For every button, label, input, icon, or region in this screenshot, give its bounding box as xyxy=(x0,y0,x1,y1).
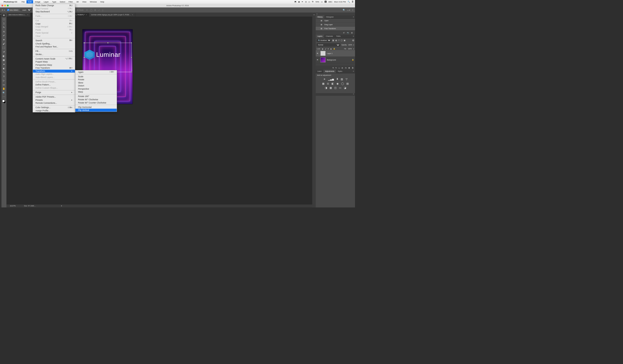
filter-pixel-icon[interactable]: ▦ xyxy=(332,39,334,41)
exposure-icon[interactable]: ▨ xyxy=(341,78,343,81)
path-select-tool[interactable]: ▷ xyxy=(2,79,6,83)
filter-adjust-icon[interactable]: ◐ xyxy=(335,39,337,41)
lock-position-icon[interactable]: ✥ xyxy=(328,48,329,50)
menu-item[interactable]: Free Transform⌘T xyxy=(33,66,75,70)
vibrance-icon[interactable]: ▽ xyxy=(346,78,348,81)
spotlight-icon[interactable]: 🔍 xyxy=(348,1,350,3)
menu-filter[interactable]: Filter xyxy=(67,0,74,4)
blur-tool[interactable]: ● xyxy=(2,62,6,66)
menu-item[interactable]: Rotate 90° Counter Clockwise xyxy=(75,101,117,104)
tab-adjustments[interactable]: Adjustments xyxy=(323,70,336,73)
lock-pixels-icon[interactable]: 🖌 xyxy=(325,48,326,50)
fill-value[interactable]: 100% xyxy=(348,48,352,50)
camera-3d-icon[interactable]: ▯ xyxy=(102,9,103,11)
filter-type-icon[interactable]: T xyxy=(338,39,340,41)
filter-shape-icon[interactable]: ▢ xyxy=(341,39,343,41)
bw-icon[interactable]: ◧ xyxy=(332,82,334,85)
dropbox-icon[interactable]: ⬒ xyxy=(294,1,296,3)
history-item[interactable]: ▤Free Transform xyxy=(316,27,355,31)
lock-transparency-icon[interactable]: ▩ xyxy=(322,48,323,50)
fx-icon[interactable]: fx xyxy=(335,67,337,69)
slide-3d-icon[interactable]: ⤢ xyxy=(98,9,100,11)
menu-item[interactable]: Copy⌘C xyxy=(33,22,75,25)
layer-row[interactable]: 👁Layer 1 xyxy=(316,50,355,57)
menu-item[interactable]: Perspective Warp xyxy=(33,63,75,67)
menu-file[interactable]: File xyxy=(20,0,26,4)
visibility-icon[interactable]: 👁 xyxy=(317,53,319,54)
lock-artboard-icon[interactable]: ▣ xyxy=(330,48,332,50)
panel-close-icon[interactable]: × xyxy=(316,13,355,15)
doc-size[interactable]: Doc: 57.1M/6… xyxy=(24,205,36,207)
pan-3d-icon[interactable]: ✥ xyxy=(94,9,96,11)
tab-histogram[interactable]: Histogram xyxy=(324,15,335,19)
menu-item[interactable]: Remote Connections... xyxy=(33,101,75,105)
menu-item[interactable]: Skew xyxy=(75,81,117,84)
workspace-icon[interactable]: ▭▾ xyxy=(347,9,350,11)
layer-thumbnail[interactable] xyxy=(320,51,326,56)
quick-select-tool[interactable]: ✎ xyxy=(2,25,6,30)
document-tab[interactable]: luminar-white-biglogo.png @ 100% (Layer … xyxy=(89,13,135,17)
orbit-3d-icon[interactable]: ⟳ xyxy=(86,9,88,11)
clock[interactable]: Mon 4:33 PM xyxy=(334,1,346,3)
battery-icon[interactable]: ▭ xyxy=(321,1,323,3)
posterize-icon[interactable]: ▩ xyxy=(330,86,332,89)
channel-mixer-icon[interactable]: ◯ xyxy=(341,82,344,85)
lock-icon[interactable]: 🔒 xyxy=(352,59,354,61)
menu-item[interactable]: Check Spelling... xyxy=(33,42,75,45)
menu-item[interactable]: Rotate 90° Clockwise xyxy=(75,98,117,101)
input-source[interactable]: ABC xyxy=(328,1,332,3)
photo-filter-icon[interactable]: ◉ xyxy=(336,82,339,85)
layer-filter-kind[interactable]: 🔍 KindKind xyxy=(317,39,331,42)
menu-item[interactable]: Content-Aware Scale⌥⇧⌘C xyxy=(33,57,75,60)
menu-item[interactable]: Warp xyxy=(75,90,117,94)
screen-icon[interactable]: ▭ xyxy=(308,1,310,3)
layer-row[interactable]: 👁Background🔒 xyxy=(316,57,355,63)
menu-item[interactable]: Color Settings...⇧⌘K xyxy=(33,106,75,109)
tab-styles[interactable]: Styles xyxy=(336,70,344,73)
filter-toggle-icon[interactable]: ⏻ xyxy=(352,39,354,41)
marquee-tool[interactable]: ◌ xyxy=(2,17,6,21)
menu-help[interactable]: Help xyxy=(98,0,106,4)
menu-item[interactable]: Perspective xyxy=(75,87,117,91)
selective-color-icon[interactable]: ◪ xyxy=(344,86,346,89)
levels-icon[interactable]: ▁▃▅ xyxy=(328,78,334,81)
panel-menu-icon[interactable]: ≡ xyxy=(352,15,355,19)
menu-item[interactable]: Purge xyxy=(33,91,75,94)
eyedropper-tool[interactable]: ✐ xyxy=(2,34,6,38)
close-tab-icon[interactable]: × xyxy=(27,14,28,16)
new-layer-icon[interactable]: ▣ xyxy=(348,67,350,69)
menu-item[interactable]: Adobe PDF Presets... xyxy=(33,95,75,99)
menu-item[interactable]: Presets xyxy=(33,98,75,101)
search-icon[interactable]: 🔍 xyxy=(343,9,345,11)
menu-image[interactable]: Image xyxy=(33,0,42,4)
heal-tool[interactable]: ✷ xyxy=(2,38,6,42)
zoom-level[interactable]: 16.67% xyxy=(10,205,16,207)
link-layers-icon[interactable]: ⧉ xyxy=(333,67,334,69)
history-item[interactable]: ▤Open xyxy=(316,19,355,23)
menu-item[interactable]: Distort xyxy=(75,84,117,87)
status-arrow-icon[interactable]: ▾ xyxy=(61,205,62,207)
edit-toolbar[interactable]: ⋯ xyxy=(2,95,6,99)
cc-icon[interactable]: ◎ xyxy=(305,1,307,3)
blend-mode-select[interactable]: Normal xyxy=(317,43,340,46)
close-tab-icon[interactable]: × xyxy=(132,14,133,16)
new-doc-from-state-icon[interactable]: ⧉⁺ xyxy=(343,32,345,34)
menu-item[interactable]: Find and Replace Text... xyxy=(33,45,75,48)
roll-3d-icon[interactable]: ◯ xyxy=(90,9,92,11)
zoom-tool[interactable]: 🔍 xyxy=(2,91,6,95)
history-item[interactable]: ▤Drag Layer xyxy=(316,23,355,27)
delete-layer-icon[interactable]: 🗑 xyxy=(352,67,354,69)
dodge-tool[interactable]: ◐ xyxy=(2,66,6,70)
trash-icon[interactable]: 🗑 xyxy=(351,32,353,34)
opacity-dropdown-icon[interactable]: ▾ xyxy=(353,44,354,46)
menu-item[interactable]: Flip Horizontal xyxy=(75,105,117,109)
opacity-value[interactable]: 100% xyxy=(348,44,352,46)
snapshot-icon[interactable]: 📷 xyxy=(347,32,349,34)
app-name[interactable]: Photoshop CC xyxy=(4,1,17,3)
menu-item[interactable]: Puppet Warp xyxy=(33,60,75,63)
tab-channels[interactable]: Channels xyxy=(324,35,335,38)
auto-select-target[interactable]: Layer xyxy=(21,9,31,11)
minimize-window-icon[interactable] xyxy=(4,5,6,6)
close-window-icon[interactable] xyxy=(1,5,3,6)
crop-tool[interactable]: ⧅ xyxy=(2,30,6,34)
